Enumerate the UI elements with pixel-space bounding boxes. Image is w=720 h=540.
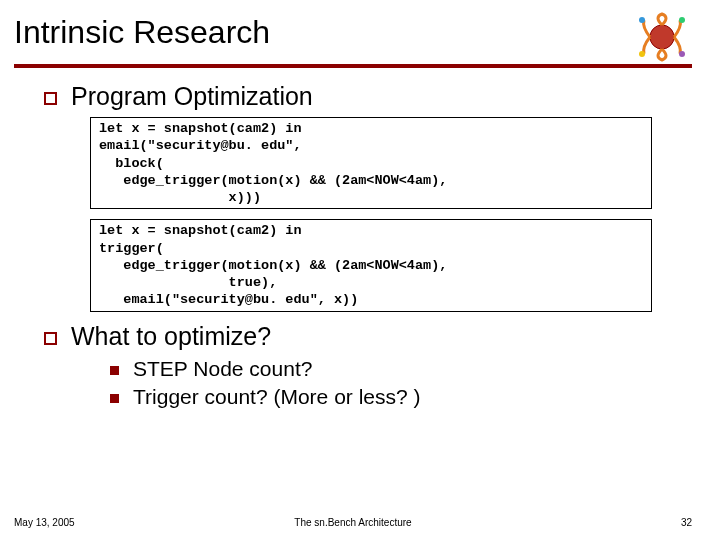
footer-title: The sn.Bench Architecture bbox=[14, 517, 692, 528]
footer-page-number: 32 bbox=[681, 517, 692, 528]
square-filled-bullet-icon bbox=[110, 394, 119, 403]
svg-point-3 bbox=[639, 51, 645, 57]
square-open-bullet-icon bbox=[44, 332, 57, 345]
sub-bullet-step-node: STEP Node count? bbox=[110, 357, 682, 381]
slide-title: Intrinsic Research bbox=[14, 14, 270, 55]
svg-point-0 bbox=[650, 25, 674, 49]
bullet-program-optimization: Program Optimization bbox=[44, 82, 682, 111]
square-open-bullet-icon bbox=[44, 92, 57, 105]
sub-bullet-label: STEP Node count? bbox=[133, 357, 312, 381]
sub-bullet-label: Trigger count? (More or less? ) bbox=[133, 385, 421, 409]
svg-point-2 bbox=[679, 17, 685, 23]
bullet-label: Program Optimization bbox=[71, 82, 313, 111]
slide-body: Program Optimization let x = snapshot(ca… bbox=[14, 68, 692, 409]
footer-date: May 13, 2005 bbox=[14, 517, 75, 528]
svg-point-4 bbox=[679, 51, 685, 57]
institution-logo bbox=[632, 12, 692, 62]
square-filled-bullet-icon bbox=[110, 366, 119, 375]
sub-bullet-trigger-count: Trigger count? (More or less? ) bbox=[110, 385, 682, 409]
code-block-2: let x = snapshot(cam2) in trigger( edge_… bbox=[90, 219, 652, 311]
sub-bullet-list: STEP Node count? Trigger count? (More or… bbox=[110, 357, 682, 409]
slide-header: Intrinsic Research bbox=[14, 14, 692, 62]
code-block-1: let x = snapshot(cam2) in email("securit… bbox=[90, 117, 652, 209]
svg-point-1 bbox=[639, 17, 645, 23]
slide-footer: May 13, 2005 The sn.Bench Architecture 3… bbox=[14, 517, 692, 528]
bullet-label: What to optimize? bbox=[71, 322, 271, 351]
bullet-what-to-optimize: What to optimize? bbox=[44, 322, 682, 351]
